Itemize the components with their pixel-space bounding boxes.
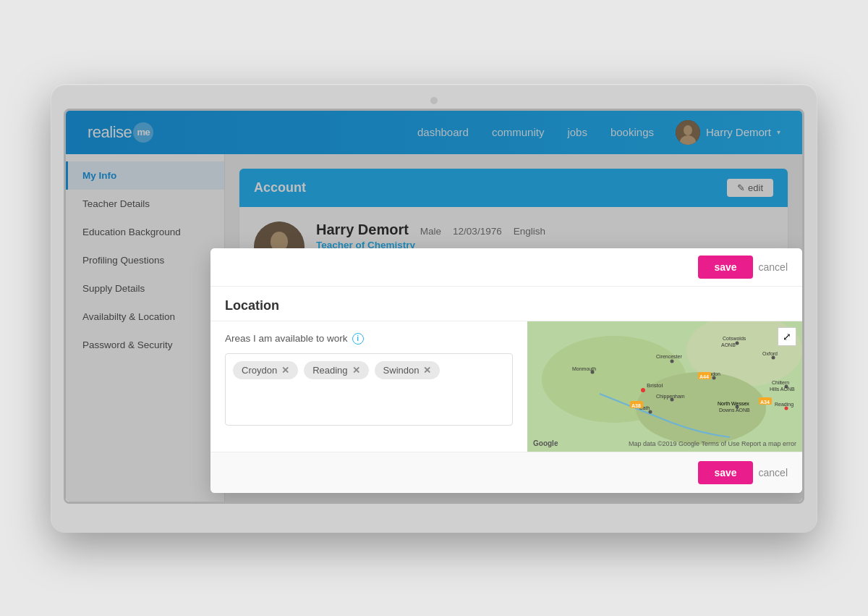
svg-text:A44: A44 <box>699 374 709 379</box>
svg-point-15 <box>671 359 674 363</box>
svg-text:Hills AONB: Hills AONB <box>770 387 795 392</box>
modal-footer-save-button[interactable]: save <box>698 461 752 484</box>
svg-text:Downs AONB: Downs AONB <box>719 408 750 413</box>
laptop-camera <box>430 97 438 104</box>
modal-header: Location <box>210 287 802 321</box>
modal-body: Areas I am available to work i Croydon ✕… <box>210 321 802 452</box>
svg-point-17 <box>736 341 739 345</box>
svg-text:North Wessex: North Wessex <box>718 401 749 406</box>
svg-point-29 <box>649 410 652 413</box>
map-credit: Map data ©2019 Google Terms of Use Repor… <box>629 440 796 447</box>
tag-croydon: Croydon ✕ <box>233 361 298 379</box>
svg-point-31 <box>785 406 788 410</box>
svg-text:Reading: Reading <box>775 402 793 408</box>
tag-swindon: Swindon ✕ <box>375 361 441 379</box>
laptop-device: realiseme dashboard community jobs booki… <box>51 84 817 533</box>
areas-label: Areas I am available to work i <box>225 333 513 345</box>
tag-swindon-remove[interactable]: ✕ <box>423 365 431 376</box>
tag-swindon-label: Swindon <box>383 365 420 376</box>
map-svg: Bristol Monmouth Cirencester Cotswolds A… <box>527 321 802 452</box>
info-icon: i <box>352 333 364 345</box>
map-container: Bristol Monmouth Cirencester Cotswolds A… <box>527 321 802 452</box>
svg-point-11 <box>641 388 645 392</box>
modal-top-save-button[interactable]: save <box>698 256 752 279</box>
modal-left-panel: Areas I am available to work i Croydon ✕… <box>210 321 527 452</box>
svg-text:Cotswolds: Cotswolds <box>723 336 746 341</box>
svg-text:Monmouth: Monmouth <box>572 366 596 371</box>
google-logo: Google <box>533 439 558 447</box>
tag-croydon-remove[interactable]: ✕ <box>281 365 289 376</box>
map-expand-button[interactable]: ⤢ <box>778 327 796 346</box>
svg-text:Chiltern: Chiltern <box>772 380 789 385</box>
modal-top-cancel-button[interactable]: cancel <box>759 256 788 279</box>
tag-reading-label: Reading <box>312 365 347 376</box>
modal-footer: save cancel <box>210 452 802 493</box>
modal-top-actions: save cancel <box>210 248 802 287</box>
svg-text:Cirencester: Cirencester <box>656 354 682 359</box>
svg-text:A34: A34 <box>760 400 770 405</box>
modal-title: Location <box>225 298 279 313</box>
tag-reading-remove[interactable]: ✕ <box>352 365 360 376</box>
svg-point-22 <box>712 376 716 379</box>
svg-text:A38: A38 <box>631 403 641 408</box>
laptop-screen: realiseme dashboard community jobs booki… <box>64 109 804 504</box>
svg-text:AONB: AONB <box>721 342 736 347</box>
location-modal: save cancel Location Areas I am availabl… <box>210 248 802 493</box>
svg-point-20 <box>772 355 775 359</box>
tag-croydon-label: Croydon <box>242 365 277 376</box>
modal-footer-cancel-button[interactable]: cancel <box>759 461 788 484</box>
svg-text:Oxford: Oxford <box>762 351 778 356</box>
tag-reading: Reading ✕ <box>304 361 368 379</box>
tags-area[interactable]: Croydon ✕ Reading ✕ Swindon ✕ <box>225 353 513 426</box>
svg-text:Chippenham: Chippenham <box>656 394 685 400</box>
modal-right-panel: Bristol Monmouth Cirencester Cotswolds A… <box>527 321 802 452</box>
svg-text:Bristol: Bristol <box>647 382 663 389</box>
